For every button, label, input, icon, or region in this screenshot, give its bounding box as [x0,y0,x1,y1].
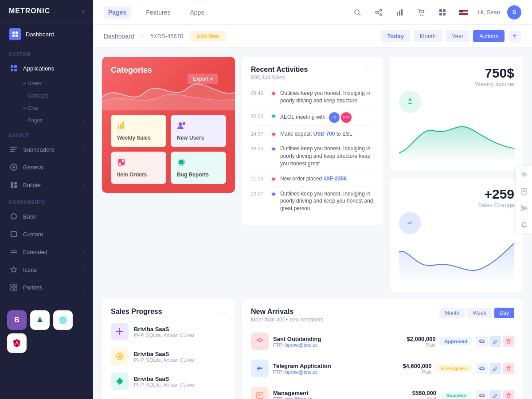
icons-label: Icons [23,266,37,273]
cart-icon[interactable] [414,5,428,20]
svg-rect-3 [16,35,18,37]
svg-point-93 [481,394,483,397]
cat-item-item-orders[interactable]: Item Orders [111,152,166,184]
topnav-apps-link[interactable]: Apps [186,6,209,19]
right-icon-paper[interactable] [516,183,532,199]
sidebar-item-chat[interactable]: – Chat › [0,102,93,114]
action-delete-3[interactable] [503,390,514,399]
filter-day[interactable]: Day [494,308,514,318]
cat-item-weekly-sales[interactable]: Weekly Sales [111,115,166,147]
sidebar-item-portlets[interactable]: Portlets › [0,278,93,296]
action-edit-3[interactable] [489,390,501,399]
base-icon [9,211,19,221]
sales-name-1: Briviba SaaS [134,326,226,332]
sales-change-icon [399,212,421,234]
action-delete-1[interactable] [503,336,514,347]
builder-icon [9,180,19,190]
builder-chevron: › [83,183,84,188]
status-badge-3: Success [441,391,472,399]
chat-label: – Chat [23,105,39,111]
weekly-sales-icon [117,121,160,132]
svg-point-38 [380,14,382,16]
year-button[interactable]: Year [446,30,469,42]
add-icon-button[interactable]: + [508,30,521,43]
sidebar-item-subheaders[interactable]: Subheaders › [0,141,93,158]
applications-label: Applications [23,65,54,72]
svg-rect-52 [459,13,468,15]
filter-week[interactable]: Week [467,308,491,318]
action-view-3[interactable] [476,390,488,399]
sidebar-dashboard-label: Dashboard [26,31,54,38]
action-delete-2[interactable] [503,363,514,374]
user-avatar[interactable]: S [507,5,521,20]
cat-item-bug-reports[interactable]: Bug Reports [171,152,226,184]
share-icon[interactable] [372,5,386,20]
custom-icon [9,229,19,239]
sidebar-item-dashboard[interactable]: Dashboard [0,23,93,46]
svg-point-45 [422,14,424,16]
topnav-pages-link[interactable]: Pages [104,6,131,19]
topnav: Pages Features Apps [93,0,532,25]
sidebar-item-builder[interactable]: Builder › [0,176,93,194]
sales-row-2: Briviba SaaS PHP, SQLite, Artisan CLIмм [111,348,226,365]
flag-icon[interactable] [457,5,471,20]
sidebar-item-contacts[interactable]: – Contacts › [0,90,93,102]
chart-icon[interactable] [393,5,407,20]
sidebar-item-custom[interactable]: Custom › [0,225,93,243]
sidebar-item-users[interactable]: – Users › [0,77,93,90]
activity-row-5: 21:03 New order placed #XF-2356 [251,172,374,187]
subheaders-label: Subheaders [23,146,54,153]
svg-point-74 [409,98,411,100]
sales-icon-1 [111,323,129,340]
bug-reports-icon [177,158,220,169]
main-area: Pages Features Apps [93,0,532,399]
action-view-1[interactable] [476,336,488,347]
pages-label: – Pages [23,117,43,124]
sidebar-item-pages[interactable]: – Pages › [0,114,93,127]
chat-chevron: › [83,106,84,111]
right-icon-bell[interactable] [516,217,532,233]
search-icon[interactable] [350,5,364,20]
topnav-features-link[interactable]: Features [141,6,175,19]
sidebar-item-icons[interactable]: Icons › [0,261,93,278]
sidebar-item-general[interactable]: General › [0,158,93,176]
sidebar-item-base[interactable]: Base › [0,207,93,225]
status-badge-1: Approved [440,337,472,345]
users-label: – Users [23,80,41,86]
action-view-2[interactable] [476,363,488,374]
sidebar-collapse-icon[interactable]: ‹ [82,8,84,15]
portlets-icon [9,282,19,292]
sidebar-item-applications[interactable]: Applications ⌄ [0,59,93,77]
actions-button[interactable]: Actions [473,30,505,42]
action-edit-2[interactable] [489,363,501,374]
action-edit-1[interactable] [489,336,501,347]
add-new-button[interactable]: Add New [190,31,225,42]
breadcrumb-dashboard: Dashboard [104,33,134,40]
grid-icon[interactable] [435,5,450,20]
right-icon-send[interactable] [516,200,532,216]
svg-point-87 [481,367,483,370]
right-icon-settings[interactable] [516,166,532,182]
svg-rect-10 [10,151,15,152]
svg-rect-60 [118,159,121,162]
cat-item-new-users[interactable]: New Users [171,115,226,147]
sales-row-3: Briviba SaaS PHP, SQLite, Artisan CLIмм [111,372,226,390]
contacts-chevron: › [83,94,84,98]
item-orders-icon [117,158,160,169]
svg-point-83 [481,340,483,343]
svg-point-102 [523,173,525,176]
month-button[interactable]: Month [414,30,442,42]
sidebar-item-extended[interactable]: Extended › [0,243,93,261]
sales-menu[interactable]: ··· [218,308,226,315]
income-card: 750$ Weekly Income [390,57,523,171]
sales-name-2: Briviba SaaS [134,351,226,357]
status-badge-2: In Progress [436,364,472,372]
svg-marker-20 [11,266,17,272]
topnav-links: Pages Features Apps [104,6,208,19]
today-button[interactable]: Today [381,30,410,42]
extended-icon [9,247,19,257]
activities-menu[interactable]: ··· [366,66,374,73]
filter-month[interactable]: Month [439,308,465,318]
activity-row-3: 14:37 Make deposit USD 700 to ESL [251,127,374,142]
activity-dot-3 [271,132,276,137]
